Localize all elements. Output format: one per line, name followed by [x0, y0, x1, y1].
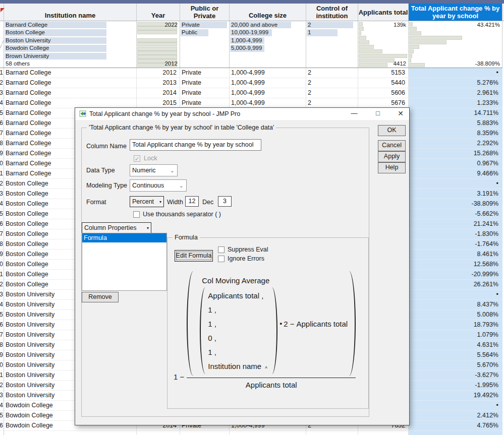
cell-pct-change[interactable]: 2.412% — [409, 411, 502, 421]
header-total-applicant-change[interactable]: Total Applicant change % by year by scho… — [409, 4, 502, 21]
cell-pct-change[interactable]: -1.995% — [409, 381, 502, 391]
remove-button[interactable]: Remove — [82, 292, 119, 302]
cell-pct-change[interactable]: 18.793% — [409, 320, 502, 330]
table-row[interactable]: 2Barnard College2013Private1,000-4,99925… — [0, 78, 502, 88]
header-institution-name[interactable]: Institution name — [4, 4, 137, 21]
summary-control[interactable]: 21 — [306, 21, 358, 68]
cell-pct-change[interactable]: 3.191% — [409, 189, 502, 199]
cell-control[interactable]: 2 — [306, 68, 358, 78]
cell-institution-name[interactable]: Barnard College — [4, 98, 137, 108]
cell-year[interactable] — [137, 431, 180, 435]
header-public-or-private[interactable]: Public or Private — [180, 4, 230, 21]
corner-header-cell[interactable] — [0, 4, 4, 21]
cell-pct-change[interactable]: -5.662% — [409, 209, 502, 219]
close-button[interactable]: ✕ — [396, 108, 405, 119]
cell-applicants-total[interactable]: 5153 — [358, 68, 409, 78]
category-row[interactable]: 10,000-19,999 — [230, 29, 306, 36]
ok-button[interactable]: OK — [378, 125, 406, 136]
data-type-dropdown[interactable]: Numeric ⌄ — [130, 164, 178, 176]
cell-college-size[interactable]: 1,000-4,999 — [230, 68, 306, 78]
summary-applicants-histogram[interactable]: 139k4412 — [358, 21, 409, 68]
category-row[interactable]: Boston University — [4, 37, 136, 44]
cell-pct-change[interactable]: 5.564% — [409, 350, 502, 360]
category-row[interactable]: 2 — [306, 21, 358, 29]
cell-college-size[interactable]: 1,000-4,999 — [230, 88, 306, 98]
cell-pct-change[interactable]: 5.008% — [409, 310, 502, 320]
cell-public-private[interactable]: Private — [180, 98, 230, 108]
cell-institution-name[interactable] — [4, 431, 137, 435]
cell-pct-change[interactable]: 15.268% — [409, 149, 502, 159]
cell-public-private[interactable]: Private — [180, 88, 230, 98]
width-input[interactable]: 12 — [185, 196, 199, 207]
cell-institution-name[interactable]: Barnard College — [4, 68, 137, 78]
cell-pct-change[interactable]: 12.568% — [409, 260, 502, 270]
cell-pct-change[interactable]: -1.764% — [409, 239, 502, 250]
header-applicants-total[interactable]: Applicants total — [358, 4, 409, 21]
column-properties-dropdown[interactable]: ▾ Column Properties — [82, 222, 151, 233]
summary-institution-name[interactable]: Barnard CollegeBoston CollegeBoston Univ… — [4, 21, 137, 68]
cell-pct-change[interactable]: -1.830% — [409, 229, 502, 239]
dialog-title-bar[interactable]: Total Applicant change % by year by scho… — [75, 108, 409, 120]
category-row[interactable]: 20,000 and above — [230, 21, 306, 29]
cell-pct-change[interactable]: • — [409, 179, 502, 189]
category-row[interactable]: Boston College — [4, 29, 136, 36]
category-row[interactable]: Barnard College — [4, 21, 136, 29]
cell-pct-change[interactable]: 8.461% — [409, 250, 502, 260]
cell-control[interactable]: 2 — [306, 78, 358, 88]
cell-control[interactable]: 2 — [306, 88, 358, 98]
category-row[interactable]: 1 — [306, 29, 358, 36]
cell-institution-name[interactable]: Barnard College — [4, 78, 137, 88]
category-row[interactable]: 1,000-4,999 — [230, 37, 306, 44]
cell-pct-change[interactable] — [409, 431, 502, 435]
summary-college-size[interactable]: 20,000 and above10,000-19,9991,000-4,999… — [230, 21, 306, 68]
cell-pct-change[interactable]: 19.492% — [409, 391, 502, 401]
category-row[interactable]: Brown University — [4, 52, 136, 60]
header-control-of-institution[interactable]: Control of institution — [306, 4, 358, 21]
cell-public-private[interactable]: Private — [180, 68, 230, 78]
cell-applicants-total[interactable]: 5676 — [358, 98, 409, 108]
cell-pct-change[interactable]: 0.967% — [409, 159, 502, 169]
cell-pct-change[interactable]: 26.261% — [409, 280, 502, 290]
cell-pct-change[interactable]: 4.765% — [409, 421, 502, 431]
summary-public-private[interactable]: PrivatePublic — [180, 21, 230, 68]
cell-pct-change[interactable]: • — [409, 401, 502, 411]
modeling-type-dropdown[interactable]: Continuous ⌄ — [130, 179, 187, 192]
apply-button[interactable]: Apply — [378, 151, 406, 162]
cell-pct-change[interactable]: 5.670% — [409, 360, 502, 370]
ignore-errors-checkbox[interactable] — [218, 256, 225, 262]
property-item-formula[interactable]: Formula — [82, 233, 166, 242]
cell-college-size[interactable]: 1,000-4,999 — [230, 78, 306, 88]
cell-pct-change[interactable]: 1.079% — [409, 330, 502, 340]
table-row[interactable]: 1Barnard College2012Private1,000-4,99925… — [0, 68, 502, 78]
category-row[interactable]: Private — [180, 21, 229, 29]
minimize-button[interactable]: — — [350, 108, 359, 119]
cell-control[interactable] — [306, 431, 358, 435]
cell-pct-change[interactable]: • — [409, 68, 502, 78]
summary-pct-histogram[interactable]: 43.421%-38.809% — [409, 21, 502, 68]
cell-pct-change[interactable]: 2.961% — [409, 88, 502, 98]
table-row[interactable] — [0, 431, 502, 435]
thousands-separator-checkbox[interactable] — [133, 211, 140, 218]
properties-listbox[interactable]: Formula — [82, 233, 167, 291]
cell-pct-change[interactable]: -38.809% — [409, 199, 502, 209]
lock-checkbox[interactable]: ✓ — [134, 155, 140, 162]
cell-college-size[interactable]: 1,000-4,999 — [230, 98, 306, 108]
table-row[interactable]: 4Barnard College2015Private1,000-4,99925… — [0, 98, 502, 108]
cell-pct-change[interactable]: • — [409, 290, 502, 300]
header-college-size[interactable]: College size — [230, 4, 306, 21]
header-year[interactable]: Year — [137, 4, 180, 21]
column-name-input[interactable]: Total Applicant change % by year by scho… — [130, 139, 261, 151]
category-row[interactable]: Public — [180, 29, 229, 36]
table-row[interactable]: 3Barnard College2014Private1,000-4,99925… — [0, 88, 502, 98]
cell-pct-change[interactable]: 8.437% — [409, 300, 502, 310]
cell-year[interactable]: 2015 — [137, 98, 180, 108]
cell-college-size[interactable] — [230, 431, 306, 435]
dec-input[interactable]: 3 — [218, 196, 232, 207]
summary-year-histogram[interactable]: 20222012 — [137, 21, 180, 68]
cell-pct-change[interactable]: 14.711% — [409, 108, 502, 118]
category-row[interactable]: 5,000-9,999 — [230, 44, 306, 52]
maximize-button[interactable]: □ — [373, 108, 382, 119]
cell-pct-change[interactable]: -3.627% — [409, 370, 502, 381]
cell-year[interactable]: 2012 — [137, 68, 180, 78]
cell-institution-name[interactable]: Barnard College — [4, 88, 137, 98]
